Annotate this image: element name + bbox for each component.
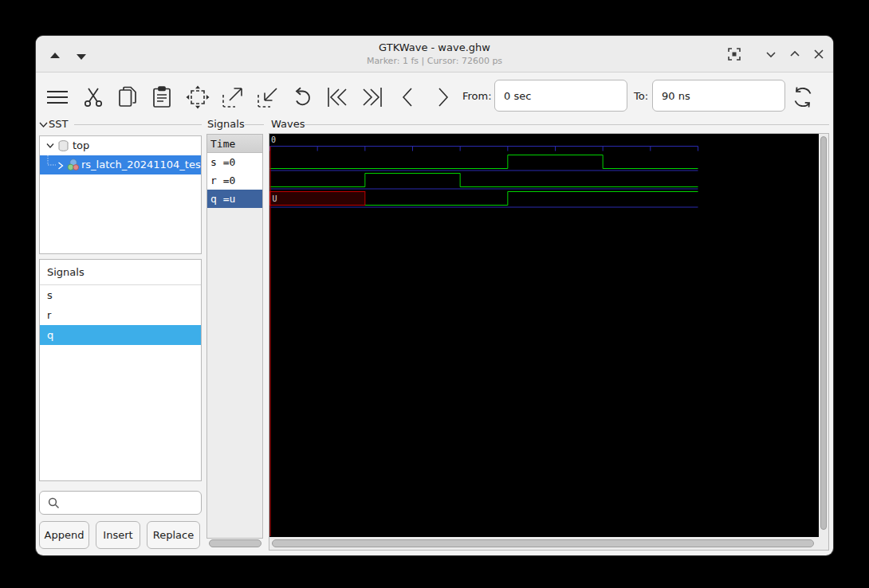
insert-button[interactable]: Insert [96, 521, 140, 549]
zoom-in-icon[interactable] [221, 85, 245, 109]
waveforms: 0U [269, 134, 820, 537]
tree-item-testbench[interactable]: rs_latch_20241104_testb [40, 155, 201, 174]
signal-value-row-r[interactable]: r =0 [207, 171, 262, 190]
signal-list-header: Signals [40, 260, 201, 285]
to-label: To: [634, 90, 648, 102]
marker-cursor-status: Marker: 1 fs | Cursor: 72600 ps [36, 56, 833, 66]
to-input[interactable] [652, 80, 785, 112]
expander-closed-icon[interactable] [57, 162, 64, 170]
signal-value-row-s[interactable]: s =0 [207, 153, 262, 171]
module-icon [58, 140, 69, 151]
testbench-icon [67, 159, 80, 171]
waves-frame: 0U [269, 133, 829, 551]
cut-icon[interactable] [81, 85, 105, 109]
time-column-header[interactable]: Time [207, 135, 262, 153]
append-button[interactable]: Append [39, 521, 89, 549]
waves-vscrollbar[interactable] [819, 134, 828, 537]
sst-panel-label: SST [49, 118, 68, 130]
go-to-start-icon[interactable] [325, 85, 349, 109]
zoom-fit-icon[interactable] [186, 85, 210, 109]
wave-display[interactable]: 0U [269, 134, 820, 537]
toolbar: From: To: [36, 73, 833, 120]
tree-guide-lines [45, 155, 57, 174]
sst-expander-icon[interactable] [39, 121, 48, 128]
search-icon [48, 497, 60, 509]
sst-tree: top rs_latch_20241104_testb [39, 135, 202, 254]
window-title: GTKWave - wave.ghw [36, 41, 833, 53]
paste-icon[interactable] [150, 85, 174, 109]
signals-panel-label: Signals [207, 118, 245, 130]
signals-hscrollbar[interactable] [209, 539, 261, 547]
undo-icon[interactable] [290, 85, 314, 109]
signal-list-item-r[interactable]: r [40, 305, 201, 325]
svg-text:U: U [273, 194, 277, 203]
maximize-icon[interactable] [788, 47, 802, 61]
tree-item-top[interactable]: top [40, 136, 201, 155]
fullscreen-icon[interactable] [727, 47, 741, 61]
signal-value-row-q[interactable]: q =u [207, 190, 262, 208]
copy-icon[interactable] [116, 85, 140, 109]
zoom-out-icon[interactable] [256, 85, 280, 109]
replace-button[interactable]: Replace [147, 521, 200, 549]
reload-icon[interactable] [791, 85, 815, 109]
waves-hscrollbar[interactable] [269, 537, 820, 550]
signal-search-list: Signals s r q [39, 259, 202, 481]
next-edge-icon[interactable] [431, 85, 454, 109]
signal-list-item-q[interactable]: q [40, 325, 201, 345]
gtkwave-window: GTKWave - wave.ghw Marker: 1 fs | Cursor… [36, 36, 833, 555]
expander-open-icon[interactable] [46, 143, 54, 149]
minimize-icon[interactable] [764, 47, 778, 61]
signals-values-panel: Time s =0 r =0 q =u [206, 134, 263, 539]
titlebar: GTKWave - wave.ghw Marker: 1 fs | Cursor… [36, 36, 833, 73]
menu-icon[interactable] [45, 85, 69, 109]
signal-search-input[interactable] [39, 491, 202, 515]
prev-edge-icon[interactable] [396, 85, 420, 109]
waves-panel-label: Waves [271, 118, 305, 130]
from-input[interactable] [494, 80, 627, 112]
svg-text:0: 0 [271, 135, 276, 144]
go-to-end-icon[interactable] [360, 85, 384, 109]
close-icon[interactable] [812, 47, 826, 61]
signal-list-item-s[interactable]: s [40, 285, 201, 305]
from-label: From: [462, 90, 492, 102]
